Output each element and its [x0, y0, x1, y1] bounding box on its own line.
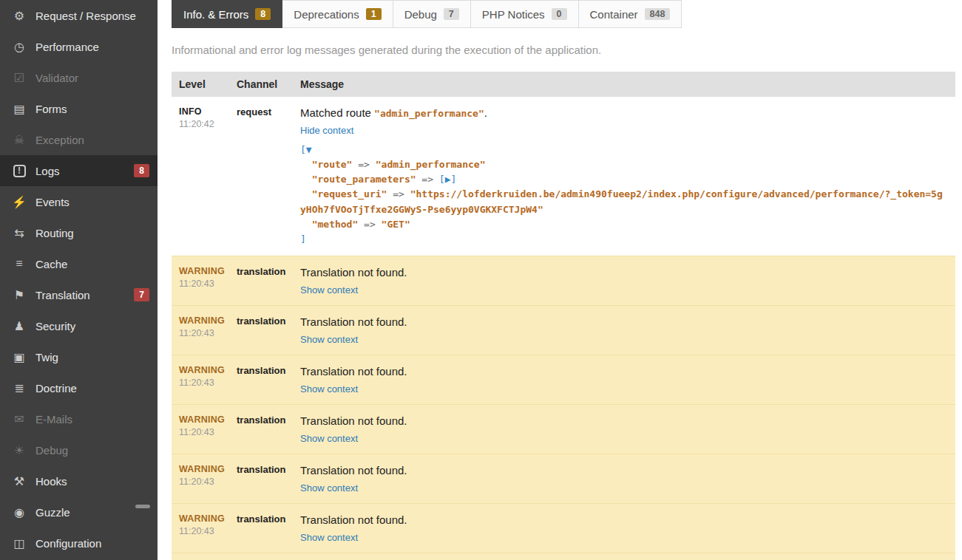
- tab-count-badge: 7: [444, 8, 459, 20]
- table-row: WARNING 11:20:43 translation Translation…: [172, 355, 955, 404]
- tab-info-errors[interactable]: Info. & Errors 8: [172, 0, 282, 28]
- log-level: INFO: [179, 106, 222, 117]
- translation-count-badge: 7: [134, 288, 149, 301]
- sidebar-item-label: Request / Response: [35, 10, 136, 22]
- sidebar-item-routing[interactable]: ⇆ Routing: [0, 217, 157, 248]
- gear-icon: ⚙: [11, 9, 27, 23]
- show-context-link[interactable]: Show context: [300, 433, 358, 444]
- show-context-link[interactable]: Show context: [300, 383, 358, 395]
- dump-arrow: =>: [358, 219, 381, 230]
- log-message: Matched route "admin_performance".: [300, 106, 948, 119]
- sidebar-item-label: Security: [35, 320, 75, 332]
- show-context-link[interactable]: Show context: [300, 334, 358, 345]
- show-context-link[interactable]: Show context: [300, 284, 358, 296]
- tab-container[interactable]: Container 848: [579, 0, 682, 28]
- tab-label: PHP Notices: [482, 8, 545, 21]
- sidebar-item-forms[interactable]: ▤ Forms: [0, 93, 157, 124]
- tab-label: Container: [590, 8, 638, 21]
- message-text: .: [484, 106, 487, 119]
- log-level: WARNING: [179, 315, 222, 326]
- hide-context-link[interactable]: Hide context: [300, 125, 353, 136]
- sidebar-item-hooks[interactable]: ⚒ Hooks: [0, 465, 157, 496]
- sidebar-item-cache[interactable]: ≡ Cache: [0, 248, 157, 279]
- clipboard-icon: ▤: [11, 102, 27, 116]
- tab-php-notices[interactable]: PHP Notices 0: [471, 0, 579, 28]
- sidebar-item-label: Performance: [35, 41, 99, 53]
- sidebar-item-events[interactable]: ⚡ Events: [0, 186, 157, 217]
- sidebar-item-label: Events: [35, 196, 70, 208]
- layers-icon: ≡: [11, 257, 27, 270]
- bug-icon: ☠: [11, 133, 27, 147]
- log-message: Translation not found.: [300, 414, 948, 427]
- sidebar-item-doctrine[interactable]: ≣ Doctrine: [0, 372, 157, 403]
- dump-arrow: =>: [352, 159, 375, 170]
- log-message: Translation not found.: [300, 513, 948, 526]
- log-level: WARNING: [179, 464, 222, 474]
- log-channel: translation: [229, 454, 293, 503]
- exclamation-icon: !: [13, 165, 26, 177]
- dump-arrow: =>: [416, 174, 439, 185]
- stopwatch-icon: ◷: [11, 40, 27, 54]
- collapse-toggle-icon[interactable]: [▼: [300, 144, 312, 155]
- sidebar-item-translation[interactable]: ⚑ Translation 7: [0, 279, 157, 310]
- profiler-app: ⚙ Request / Response ◷ Performance ☑ Val…: [0, 0, 962, 560]
- sidebar-item-label: Configuration: [35, 537, 101, 550]
- log-time: 11:20:43: [179, 526, 222, 536]
- sidebar-item-label: Cache: [35, 258, 67, 270]
- log-level: WARNING: [179, 266, 222, 276]
- logs-count-badge: 8: [134, 164, 149, 177]
- sidebar-item-exception[interactable]: ☠ Exception: [0, 124, 157, 155]
- sidebar-item-validator[interactable]: ☑ Validator: [0, 62, 157, 93]
- user-icon: ♟: [11, 319, 27, 333]
- tab-label: Deprecations: [294, 8, 359, 21]
- tab-count-badge: 8: [255, 8, 271, 20]
- sidebar-item-label: Hooks: [35, 475, 67, 488]
- log-message: Translation not found.: [300, 315, 948, 328]
- sliders-icon: ◫: [11, 536, 27, 550]
- sidebar-item-guzzle[interactable]: ◉ Guzzle: [0, 496, 157, 527]
- context-dump: [▼ "route" => "admin_performance" "route…: [300, 143, 948, 247]
- tab-label: Debug: [404, 8, 437, 21]
- sidebar-item-performance[interactable]: ◷ Performance: [0, 31, 157, 62]
- envelope-icon: ✉: [11, 412, 27, 426]
- panel-description: Informational and error log messages gen…: [172, 44, 955, 56]
- log-table: Level Channel Message INFO 11:20:42 requ…: [172, 72, 955, 560]
- logs-panel: Info. & Errors 8 Deprecations 1 Debug 7 …: [157, 0, 962, 560]
- broadcast-icon: ⚡: [11, 195, 27, 209]
- sidebar-item-logs[interactable]: ! Logs 8: [0, 155, 157, 186]
- show-context-link[interactable]: Show context: [300, 482, 358, 494]
- checkbox-icon: ☑: [11, 71, 27, 85]
- route-arrows-icon: ⇆: [11, 226, 27, 240]
- show-context-link[interactable]: Show context: [300, 532, 358, 543]
- sidebar-item-configuration[interactable]: ◫ Configuration: [0, 527, 157, 559]
- sidebar-item-label: Forms: [35, 103, 67, 115]
- tab-count-badge: 848: [645, 8, 671, 20]
- log-time: 11:20:43: [179, 279, 222, 289]
- log-channel: translation: [229, 503, 293, 553]
- sidebar-item-request-response[interactable]: ⚙ Request / Response: [0, 0, 157, 31]
- dump-value: "admin_performance": [376, 159, 486, 170]
- sidebar-item-label: Doctrine: [35, 382, 77, 395]
- sidebar-item-security[interactable]: ♟ Security: [0, 310, 157, 341]
- tab-debug[interactable]: Debug 7: [393, 0, 471, 28]
- log-channel: translation: [229, 553, 293, 560]
- tab-deprecations[interactable]: Deprecations 1: [282, 0, 393, 28]
- expand-toggle-icon[interactable]: [▶]: [439, 174, 456, 185]
- log-message: Translation not found.: [300, 266, 948, 279]
- table-row: WARNING 11:20:43 translation Translation…: [172, 256, 955, 305]
- sidebar-item-label: Routing: [35, 227, 74, 239]
- sidebar-item-debug[interactable]: ☀ Debug: [0, 434, 157, 465]
- sidebar-item-emails[interactable]: ✉ E-Mails: [0, 403, 157, 434]
- dump-key: "method": [300, 219, 358, 230]
- log-message: Translation not found.: [300, 365, 948, 378]
- col-header-channel: Channel: [229, 72, 293, 97]
- dump-key: "request_uri": [300, 188, 387, 199]
- sidebar-item-label: E-Mails: [35, 413, 72, 426]
- database-icon: ≣: [11, 381, 27, 395]
- sidebar-scrollbar-thumb[interactable]: [135, 505, 150, 508]
- table-row: WARNING 11:20:43 translation Translation…: [172, 503, 955, 553]
- sidebar-item-twig[interactable]: ▣ Twig: [0, 341, 157, 372]
- log-level: WARNING: [179, 414, 222, 425]
- message-text: Matched route: [300, 106, 374, 119]
- log-message: Translation not found.: [300, 464, 948, 477]
